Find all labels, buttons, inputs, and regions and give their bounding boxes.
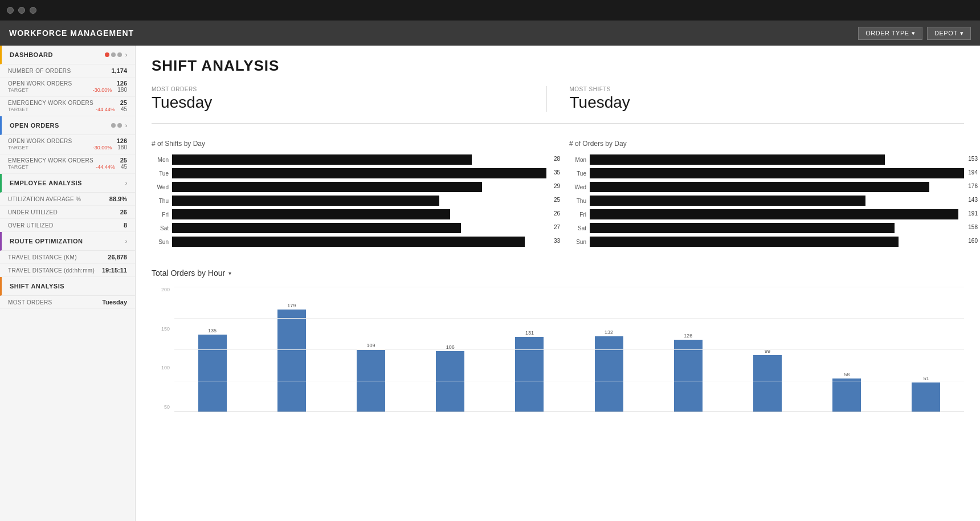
- stat-open-work-orders-2: OPEN WORK ORDERS 126 TARGET -30.00% 180: [0, 135, 135, 154]
- hbar-value: 176: [968, 183, 978, 189]
- hbar-value: 191: [968, 210, 978, 217]
- sidebar-employee-analysis[interactable]: EMPLOYEE ANALYSIS ›: [0, 174, 135, 193]
- hbar-fill: [172, 223, 461, 233]
- hbar-container: 27: [172, 223, 546, 233]
- hbar-row: Mon153: [569, 154, 964, 165]
- most-orders-card: MOST ORDERS Tuesday: [152, 86, 546, 112]
- y-axis: 200 150 100 50: [152, 287, 172, 412]
- window-circle-1[interactable]: [7, 7, 14, 14]
- app-title: WORKFORCE MANAGEMENT: [9, 29, 134, 38]
- shifts-bars-container: Mon28Tue35Wed29Thu25Fri26Sat27Sun33: [152, 154, 546, 247]
- stat-emergency-work-orders: EMERGENCY WORK ORDERS 25 TARGET -44.44% …: [0, 97, 135, 116]
- summary-cards: MOST ORDERS Tuesday MOST SHIFTS Tuesday: [152, 86, 964, 124]
- hbar-value: 26: [554, 210, 560, 217]
- hbar-container: 143: [590, 196, 964, 206]
- hbar-row: Sun33: [152, 237, 546, 247]
- stat-utilization: UTILIZATION AVERAGE % 88.9%: [0, 193, 135, 206]
- stat-under-utilized: UNDER UTILIZED 26: [0, 206, 135, 219]
- dot-gray-3: [111, 123, 116, 128]
- depot-button[interactable]: DEPOT ▾: [927, 27, 971, 40]
- hbar-value: 194: [968, 169, 978, 176]
- vbar-num: 106: [446, 344, 455, 350]
- vbar-col: 179: [254, 287, 329, 412]
- vbar-fill: [515, 337, 544, 412]
- stat-most-orders: MOST ORDERS Tuesday: [0, 296, 135, 309]
- vbar-num: 58: [844, 372, 850, 377]
- orders-bars-container: Mon153Tue194Wed176Thu143Fri191Sat158Sun1…: [569, 154, 964, 247]
- hbar-label: Thu: [569, 198, 586, 204]
- hbar-row: Fri191: [569, 209, 964, 219]
- main-layout: DASHBOARD › NUMBER OF ORDERS 1,174 OPEN …: [0, 46, 980, 521]
- vbar-fill: [198, 335, 227, 412]
- window-circle-3[interactable]: [30, 7, 36, 14]
- orders-by-day-title: # of Orders by Day: [569, 140, 964, 148]
- hbar-row: Tue35: [152, 168, 546, 178]
- hbar-fill: [590, 168, 964, 178]
- hbar-fill: [590, 154, 885, 165]
- vbar-num: 135: [208, 328, 217, 333]
- orders-by-hour-dropdown-icon[interactable]: ▾: [228, 270, 231, 276]
- hbar-value: 25: [554, 197, 560, 203]
- hbar-container: 35: [172, 168, 546, 178]
- hbar-label: Sat: [569, 225, 586, 231]
- hbar-label: Fri: [152, 211, 169, 218]
- hbar-container: 28: [172, 154, 546, 165]
- hbar-label: Thu: [152, 198, 169, 204]
- hbar-fill: [590, 182, 929, 192]
- stat-emergency-work-orders-2: EMERGENCY WORK ORDERS 25 TARGET -44.44% …: [0, 154, 135, 174]
- dot-gray-4: [117, 123, 122, 128]
- hbar-container: 158: [590, 223, 964, 233]
- hbar-label: Tue: [569, 170, 586, 177]
- hbar-label: Mon: [152, 157, 169, 163]
- hbar-fill: [172, 182, 482, 192]
- hbar-row: Sat158: [569, 223, 964, 233]
- hbar-row: Sat27: [152, 223, 546, 233]
- vbar-fill: [674, 340, 703, 412]
- vbar-num: 109: [366, 343, 375, 348]
- sidebar: DASHBOARD › NUMBER OF ORDERS 1,174 OPEN …: [0, 46, 136, 521]
- dot-gray-1: [111, 52, 116, 57]
- employee-chevron: ›: [125, 180, 127, 186]
- most-shifts-card: MOST SHIFTS Tuesday: [546, 86, 965, 112]
- hbar-value: 143: [968, 197, 978, 203]
- vbar-fill: [832, 378, 861, 412]
- vbar-num: 99: [765, 348, 770, 354]
- order-type-button[interactable]: ORDER TYPE ▾: [858, 27, 922, 40]
- hbar-container: 26: [172, 209, 546, 219]
- hbar-label: Wed: [569, 184, 586, 190]
- window-circle-2[interactable]: [18, 7, 25, 14]
- horizontal-charts-row: # of Shifts by Day Mon28Tue35Wed29Thu25F…: [152, 140, 964, 250]
- vbar-col: 126: [650, 287, 726, 412]
- stat-number-of-orders: NUMBER OF ORDERS 1,174: [0, 64, 135, 78]
- hbar-fill: [172, 154, 472, 165]
- sidebar-route-optimization[interactable]: ROUTE OPTIMIZATION ›: [0, 232, 135, 251]
- hbar-container: 33: [172, 237, 546, 247]
- hbar-fill: [590, 223, 895, 233]
- hbar-fill: [172, 209, 450, 219]
- page-title: SHIFT ANALYSIS: [152, 57, 964, 75]
- chart-area: 135179109106131132126995851: [174, 287, 964, 412]
- vbar-num: 179: [287, 303, 296, 308]
- hbar-value: 35: [554, 169, 560, 176]
- stat-travel-distance-time: TRAVEL DISTANCE (dd:hh:mm) 19:15:11: [0, 264, 135, 277]
- orders-by-hour-section: Total Orders by Hour ▾ 200 150 100 50: [152, 268, 964, 412]
- vbar-col: 135: [174, 287, 250, 412]
- orders-by-day-chart: # of Orders by Day Mon153Tue194Wed176Thu…: [569, 140, 964, 250]
- vertical-bars-container: 135179109106131132126995851: [174, 287, 964, 412]
- hbar-row: Thu143: [569, 196, 964, 206]
- sidebar-open-orders[interactable]: OPEN ORDERS ›: [0, 116, 135, 135]
- dashboard-chevron: ›: [125, 52, 127, 58]
- hbar-row: Mon28: [152, 154, 546, 165]
- hbar-fill: [172, 237, 525, 247]
- stat-travel-distance-km: TRAVEL DISTANCE (KM) 26,878: [0, 251, 135, 264]
- hbar-fill: [590, 209, 958, 219]
- hbar-value: 27: [554, 224, 560, 230]
- hbar-row: Tue194: [569, 168, 964, 178]
- hbar-value: 158: [968, 224, 978, 230]
- sidebar-dashboard[interactable]: DASHBOARD ›: [0, 46, 135, 64]
- sidebar-shift-analysis[interactable]: SHIFT ANALYSIS: [0, 277, 135, 296]
- hbar-container: 194: [590, 168, 964, 178]
- route-chevron: ›: [125, 238, 127, 245]
- hbar-fill: [172, 196, 439, 206]
- hbar-value: 33: [554, 238, 560, 244]
